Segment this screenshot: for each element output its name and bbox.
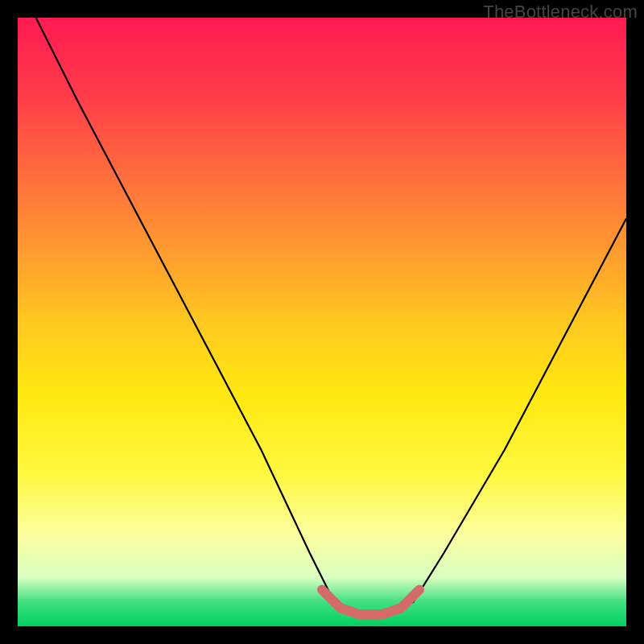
watermark-text: TheBottleneck.com [483,2,638,23]
bottleneck-curve [18,18,626,626]
chart-container: TheBottleneck.com [0,0,644,644]
plot-area [18,18,626,626]
